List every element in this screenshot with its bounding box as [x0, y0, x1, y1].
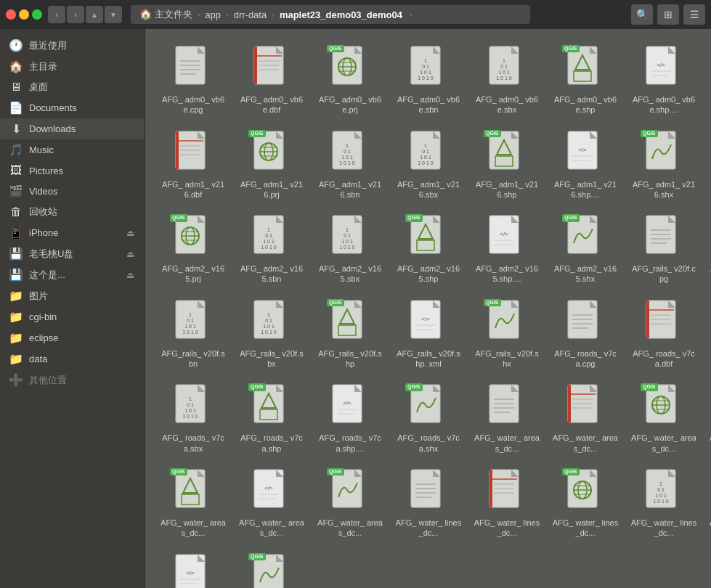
- file-item[interactable]: AFG_rails_ v20f.dbf: [706, 210, 711, 289]
- file-item[interactable]: 1 0 1 1 0 1 1 0 1 0 AFG_ water_ lines_dc…: [627, 464, 700, 543]
- file-icon-51: 1 0 1 1 0 1 1 0 1 0: [641, 468, 687, 515]
- file-label: AFG_ roads_ v7ca.cpg: [552, 348, 619, 369]
- file-item[interactable]: 1 0 1 1 0 1 1 0 1 0 AFG_ adm2_ v165.sbx: [314, 210, 386, 289]
- file-icon-1: [248, 45, 295, 91]
- file-item[interactable]: AFG_ roads_ v7ca.cpg: [549, 295, 622, 374]
- file-item[interactable]: 1 0 1 1 0 1 1 0 1 0 AFG_ adm1_ v216.sbn: [314, 126, 386, 205]
- file-area[interactable]: AFG_ adm0_ vb6e.cpg AFG_ adm0_ vb6e.dbf …: [145, 29, 711, 588]
- sidebar-item-pictures2[interactable]: 📁 图片: [0, 285, 145, 306]
- breadcrumb-nav: ›: [408, 11, 413, 19]
- file-item[interactable]: AFG_ adm1_ v216.dbf: [157, 126, 229, 205]
- file-item[interactable]: </> AFG_ water_ areas_dc...: [235, 464, 308, 543]
- file-item[interactable]: QGISAFG_ adm2_ v165.shx: [549, 210, 622, 289]
- sidebar-item-downloads[interactable]: ⬇ Downloads: [0, 118, 145, 139]
- sidebar-item-data[interactable]: 📁 data: [0, 348, 145, 369]
- iphone-eject-button[interactable]: ⏏: [125, 228, 136, 238]
- file-item[interactable]: </> AFG_rails_ v20f.shp. xml: [392, 295, 465, 374]
- file-item[interactable]: QGISAFG_rails_ v20f.shp: [314, 295, 386, 374]
- sidebar-item-desktop[interactable]: 🖥 桌面: [0, 77, 145, 97]
- file-item[interactable]: 1 0 1 1 0 1 1 0 1 0 AFG_rails_ v20f.sbn: [157, 295, 229, 374]
- file-item[interactable]: 1 0 1 1 0 1 1 0 1 0 AFG_ adm0_ vb6e.sbn: [392, 41, 465, 120]
- sidebar-item-eclipse[interactable]: 📁 eclipse: [0, 327, 145, 348]
- up-button[interactable]: ▲: [86, 6, 103, 23]
- file-item[interactable]: </> AFG_ water_ lines_dc...: [157, 549, 229, 588]
- sidebar-item-documents[interactable]: 📄 Documents: [0, 97, 145, 118]
- file-item[interactable]: AFG_ adm2_ v165.cpg: [706, 126, 711, 205]
- sidebar-item-cgibin[interactable]: 📁 cgi-bin: [0, 306, 145, 327]
- breadcrumb-app[interactable]: app: [200, 8, 225, 22]
- sidebar-label-music: Music: [29, 144, 136, 155]
- file-item[interactable]: AFG_ adm0_ vb6e.cpg: [157, 41, 229, 120]
- file-item[interactable]: QGISAFG_ adm2_ v165.shp: [392, 210, 465, 289]
- minimize-button[interactable]: [19, 9, 29, 20]
- menu-button[interactable]: ☰: [683, 4, 705, 25]
- udisk1-eject-button[interactable]: ⏏: [125, 249, 136, 259]
- file-item[interactable]: QGISAFG_ adm0_ vb6e.prj: [314, 41, 386, 120]
- breadcrumb-drr-data[interactable]: drr-data: [229, 8, 272, 22]
- file-item[interactable]: QGISAFG_ water_ lines_dc...: [549, 464, 622, 543]
- maximize-button[interactable]: [32, 9, 42, 20]
- search-button[interactable]: 🔍: [631, 4, 653, 25]
- file-item[interactable]: AFG_ water_ lines_dc...: [392, 464, 465, 543]
- sidebar-item-videos[interactable]: 🎬 Videos: [0, 181, 145, 202]
- file-item[interactable]: 1 0 1 1 0 1 1 0 1 0 AFG_ roads_ v7ca.sbx: [157, 379, 229, 458]
- file-item[interactable]: QGISAFG_ water_ areas_dc...: [627, 379, 700, 458]
- file-item[interactable]: QGISAFG_ adm0_ vb6e.shx: [706, 41, 711, 120]
- file-item[interactable]: 1 0 1 1 0 1 1 0 1 0 AFG_ water_ areas_dc…: [706, 379, 711, 458]
- sidebar-label-udisk2: 这个是...: [29, 269, 119, 282]
- file-item[interactable]: 1 0 1 1 0 1 1 0 1 0 AFG_ adm0_ vb6e.sbx: [471, 41, 543, 120]
- sidebar-item-iphone[interactable]: 📱 iPhone ⏏: [0, 222, 145, 243]
- svg-text:</>: </>: [186, 570, 195, 576]
- file-item[interactable]: AFG_ roads_ v7ca.dbf: [627, 295, 700, 374]
- svg-text:1: 1: [424, 58, 427, 63]
- file-item[interactable]: 1 0 1 1 0 1 1 0 1 0 AFG_ adm1_ v216.sbx: [392, 126, 465, 205]
- file-item[interactable]: AFG_rails_ v20f.cpg: [627, 210, 700, 289]
- back-button[interactable]: ‹: [48, 6, 65, 23]
- file-item[interactable]: QGISAFG_ roads_ v7ca.shx: [392, 379, 465, 458]
- file-item[interactable]: AFG_ water_ areas_dc...: [549, 379, 622, 458]
- sidebar-item-trash[interactable]: 🗑 回收站: [0, 202, 145, 222]
- file-item[interactable]: </> AFG_ roads_ v7ca.shp....: [314, 379, 386, 458]
- file-item[interactable]: QGISAFG_ adm1_ v216.prj: [235, 126, 308, 205]
- forward-button[interactable]: ›: [67, 6, 84, 23]
- file-label: AFG_ adm0_ vb6e.shp....: [630, 94, 697, 115]
- breadcrumb-current[interactable]: maplet23_demo03_demo04: [275, 8, 407, 22]
- file-item[interactable]: AFG_ water_ areas_dc...: [471, 379, 543, 458]
- file-item[interactable]: QGISAFG_ water_ lines_dc...: [235, 549, 308, 588]
- udisk2-eject-button[interactable]: ⏏: [125, 270, 136, 280]
- file-item[interactable]: QGISAFG_ roads_ v7ca.shp: [235, 379, 308, 458]
- file-item[interactable]: 1 0 1 1 0 1 1 0 1 0 AFG_rails_ v20f.sbx: [235, 295, 308, 374]
- down-button[interactable]: ▼: [105, 6, 122, 23]
- file-item[interactable]: </> AFG_ adm2_ v165.shp....: [471, 210, 543, 289]
- file-label: AFG_ adm2_ v165.shp....: [474, 264, 540, 285]
- file-label: AFG_ adm1_ v216.shx: [630, 179, 697, 200]
- sidebar-item-pictures[interactable]: 🖼 Pictures: [0, 160, 145, 181]
- view-toggle-button[interactable]: ⊞: [657, 4, 679, 25]
- svg-text:0 1: 0 1: [422, 64, 429, 69]
- file-label: AFG_ adm1_ v216.shp....: [552, 179, 619, 200]
- file-item[interactable]: QGISAFG_ adm0_ vb6e.shp: [549, 41, 622, 120]
- svg-text:1 0 1 0: 1 0 1 0: [182, 330, 198, 335]
- file-item[interactable]: 1 0 1 1 0 1 1 0 1 0 AFG_ adm2_ v165.sbn: [235, 210, 308, 289]
- file-item[interactable]: QGISAFG_ water_ areas_dc...: [157, 464, 229, 543]
- file-item[interactable]: 1 0 1 1 0 1 1 0 1 0 AFG_ water_ lines_dc…: [706, 464, 711, 543]
- close-button[interactable]: [6, 9, 16, 20]
- sidebar-item-music[interactable]: 🎵 Music: [0, 139, 145, 160]
- sidebar-item-udisk2[interactable]: 💾 这个是... ⏏: [0, 264, 145, 285]
- sidebar-item-udisk1[interactable]: 💾 老毛桃U盘 ⏏: [0, 243, 145, 264]
- breadcrumb-home[interactable]: 🏠 主文件夹: [135, 7, 197, 23]
- file-item[interactable]: AFG_ water_ lines_dc...: [471, 464, 543, 543]
- file-item[interactable]: QGISAFG_ roads_ v7ca.prj: [706, 295, 711, 374]
- sidebar-other-locations[interactable]: ➕ 其他位置: [0, 369, 145, 391]
- file-item[interactable]: AFG_ adm0_ vb6e.dbf: [235, 41, 308, 120]
- file-item[interactable]: QGISAFG_ adm1_ v216.shp: [471, 126, 543, 205]
- file-item[interactable]: QGISAFG_ adm2_ v165.prj: [157, 210, 229, 289]
- file-item[interactable]: QGISAFG_ adm1_ v216.shx: [627, 126, 700, 205]
- file-item[interactable]: </> AFG_ adm1_ v216.shp....: [549, 126, 622, 205]
- sidebar-item-recent[interactable]: 🕐 最近使用: [0, 35, 145, 56]
- file-item[interactable]: </> AFG_ adm0_ vb6e.shp....: [627, 41, 700, 120]
- file-item[interactable]: QGISAFG_ water_ areas_dc...: [314, 464, 386, 543]
- file-item[interactable]: QGISAFG_rails_ v20f.shx: [471, 295, 543, 374]
- sidebar-item-home[interactable]: 🏠 主目录: [0, 56, 145, 77]
- breadcrumb-nav-btn[interactable]: ›: [408, 11, 413, 19]
